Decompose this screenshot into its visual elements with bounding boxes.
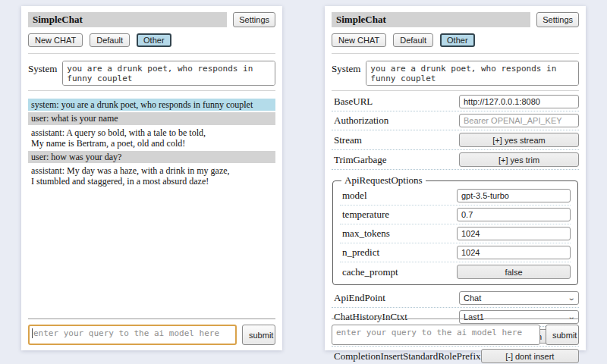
api-endpoint-select[interactable]: Chat ⌄ <box>459 291 579 305</box>
session-buttons: New CHAT Default Other <box>28 33 275 47</box>
setting-label: Authorization <box>334 115 459 127</box>
chat-message-user: user: what is your name <box>28 112 275 124</box>
app-title: SimpleChat <box>332 12 530 27</box>
system-label: System <box>332 61 360 75</box>
cache-prompt-toggle-button[interactable]: false <box>457 265 571 279</box>
model-input[interactable] <box>457 189 571 202</box>
setting-label: cache_prompt <box>342 266 457 278</box>
header: SimpleChat Settings <box>332 12 579 27</box>
chat-panel: SimpleChat Settings New CHAT Default Oth… <box>21 6 282 350</box>
query-area: submit <box>332 318 579 345</box>
n-predict-input[interactable] <box>457 246 571 259</box>
app-title: SimpleChat <box>28 12 227 27</box>
divider <box>28 90 275 91</box>
divider <box>28 53 275 54</box>
setting-row-authorization: Authorization <box>332 111 579 130</box>
fieldset-legend: ApiRequestOptions <box>341 174 426 187</box>
settings-panel: SimpleChat Settings New CHAT Default Oth… <box>325 6 586 350</box>
session-button-default[interactable]: Default <box>393 33 433 47</box>
divider <box>28 318 275 319</box>
session-buttons: New CHAT Default Other <box>332 33 579 47</box>
text-cursor <box>32 328 33 338</box>
divider <box>332 90 579 91</box>
setting-row-trimgarbage: TrimGarbage [+] yes trim <box>332 150 579 170</box>
session-button-other[interactable]: Other <box>137 33 171 47</box>
setting-row-apiendpoint: ApiEndPoint Chat ⌄ <box>332 289 579 308</box>
setting-label: model <box>342 190 457 202</box>
setting-label: BaseURL <box>334 96 459 108</box>
divider <box>332 318 579 319</box>
stream-toggle-button[interactable]: [+] yes stream <box>459 133 579 147</box>
session-button-default[interactable]: Default <box>90 33 130 47</box>
setting-label: TrimGarbage <box>334 154 459 166</box>
system-prompt-row: System you are a drunk poet, who respond… <box>332 61 579 86</box>
temperature-input[interactable] <box>457 208 571 221</box>
setting-row-stream: Stream [+] yes stream <box>332 130 579 150</box>
chat-messages: system: you are a drunk poet, who respon… <box>28 99 275 187</box>
setting-label: CompletionInsertStandardRolePrefix <box>334 350 481 362</box>
session-button-other[interactable]: Other <box>440 33 475 47</box>
setting-row-cache-prompt: cache_prompt false <box>340 262 571 281</box>
setting-row-max-tokens: max_tokens <box>340 224 571 243</box>
chat-message-assistant: assistant: My day was a haze, with a dri… <box>28 165 275 187</box>
setting-label: temperature <box>342 209 457 221</box>
api-request-options-fieldset: ApiRequestOptions model temperature max_… <box>332 174 578 285</box>
setting-row-baseurl: BaseURL <box>332 93 579 111</box>
setting-label: n_predict <box>342 246 457 259</box>
system-label: System <box>28 61 57 75</box>
select-value: Chat <box>464 293 481 303</box>
max-tokens-input[interactable] <box>457 227 571 240</box>
query-input[interactable] <box>332 325 540 345</box>
submit-button[interactable]: submit <box>242 325 275 345</box>
chevron-down-icon: ⌄ <box>567 294 575 302</box>
authorization-input[interactable] <box>459 114 579 127</box>
baseurl-input[interactable] <box>459 95 579 108</box>
setting-row-completioninsertstandardroleprefix: CompletionInsertStandardRolePrefix [-] d… <box>332 347 579 364</box>
chat-message-user: user: how was your day? <box>28 151 275 163</box>
settings-button[interactable]: Settings <box>233 12 275 27</box>
new-chat-button[interactable]: New CHAT <box>332 33 386 47</box>
divider <box>332 53 579 54</box>
trimgarbage-toggle-button[interactable]: [+] yes trim <box>459 152 579 167</box>
setting-label: Stream <box>334 134 459 146</box>
setting-label: ApiEndPoint <box>334 292 459 304</box>
setting-row-temperature: temperature <box>340 206 571 224</box>
system-prompt-textarea[interactable]: you are a drunk poet, who responds in fu… <box>62 61 275 86</box>
chat-message-system: system: you are a drunk poet, who respon… <box>28 99 275 111</box>
query-input[interactable] <box>28 325 237 345</box>
setting-label: max_tokens <box>342 228 457 240</box>
chat-message-assistant: assistant: A query so bold, with a tale … <box>28 127 275 149</box>
header: SimpleChat Settings <box>28 12 275 27</box>
query-area: submit <box>28 318 275 345</box>
submit-button[interactable]: submit <box>546 325 579 345</box>
system-prompt-row: System you are a drunk poet, who respond… <box>28 61 275 86</box>
system-prompt-textarea[interactable]: you are a drunk poet, who responds in fu… <box>366 61 579 86</box>
setting-row-n-predict: n_predict <box>340 243 571 262</box>
new-chat-button[interactable]: New CHAT <box>28 33 83 47</box>
settings-button[interactable]: Settings <box>536 12 579 27</box>
setting-row-model: model <box>340 187 571 206</box>
completion-insert-toggle-button[interactable]: [-] dont insert <box>481 349 579 363</box>
